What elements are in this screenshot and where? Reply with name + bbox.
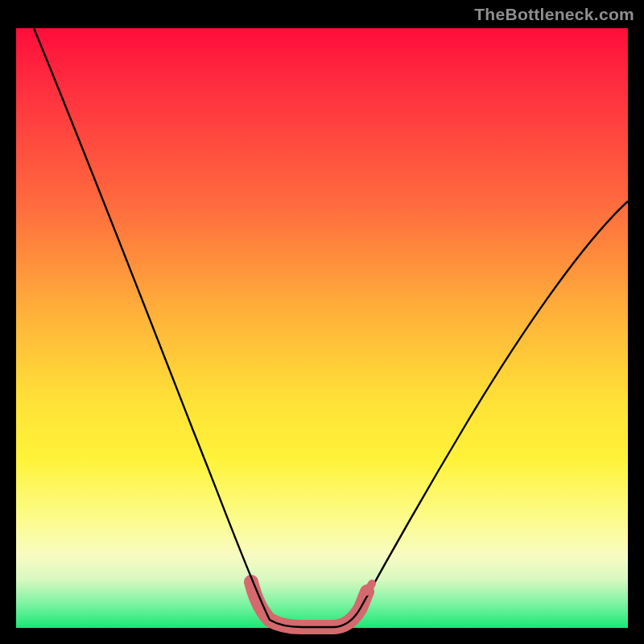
chart-frame: TheBottleneck.com [0,0,644,644]
plot-area [16,28,628,628]
curve-right-branch [302,201,628,627]
curve-left-branch [34,28,302,627]
highlight-end-tick [367,584,372,592]
watermark-text: TheBottleneck.com [474,5,634,24]
curve-layer [16,28,628,628]
